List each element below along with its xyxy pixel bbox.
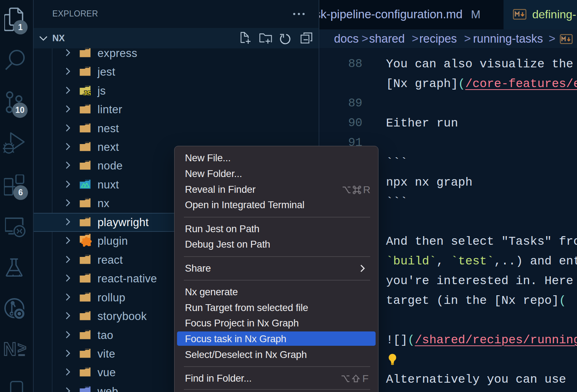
svg-text:JS: JS [83, 89, 91, 95]
svg-text:N: N [4, 340, 16, 358]
svg-text:>: > [18, 340, 27, 356]
